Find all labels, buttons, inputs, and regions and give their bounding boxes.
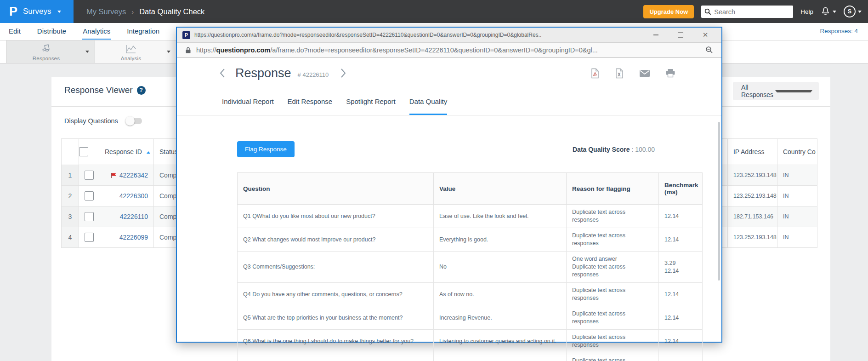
country-cell: IN bbox=[777, 206, 817, 227]
reason-cell: Duplicate text across responses bbox=[567, 330, 659, 353]
help-icon[interactable] bbox=[137, 86, 146, 95]
print-icon bbox=[665, 69, 675, 78]
reason-cell: Duplicate text across responses bbox=[567, 306, 659, 330]
row-checkbox[interactable] bbox=[85, 171, 94, 180]
score-label: Data Quality Score bbox=[573, 146, 630, 153]
chevron-down-icon bbox=[57, 11, 61, 13]
value-cell: Nothing. bbox=[434, 353, 567, 361]
table-row: 123.252.193.148 IN bbox=[708, 227, 817, 248]
reason-cell: Duplicate text across responses bbox=[567, 283, 659, 306]
toolbar-responses[interactable]: Responses bbox=[6, 40, 95, 63]
value-cell: Increasing Revenue. bbox=[434, 306, 567, 330]
select-all-checkbox[interactable] bbox=[79, 147, 88, 156]
response-tabs: Individual Report Edit Response Spotligh… bbox=[177, 89, 721, 115]
upgrade-now-button[interactable]: Upgrade Now bbox=[643, 5, 694, 18]
page-title: Response Viewer bbox=[64, 85, 133, 95]
chevron-down-icon[interactable] bbox=[85, 51, 89, 53]
toolbar-analysis[interactable]: Analysis bbox=[95, 40, 176, 63]
data-quality-panel: Flag Response Data Quality Score : 100.0… bbox=[177, 115, 721, 341]
ip-cell: 123.252.193.148 bbox=[727, 186, 777, 206]
dq-row: Q5 What are the top priorities in your b… bbox=[238, 306, 703, 330]
reason-cell: Duplicate text across responses bbox=[567, 205, 659, 228]
subnav-distribute[interactable]: Distribute bbox=[37, 23, 67, 40]
account-menu[interactable]: S bbox=[844, 6, 862, 17]
response-id-cell[interactable]: 42226099 bbox=[99, 227, 154, 248]
flag-response-button[interactable]: Flag Response bbox=[237, 141, 295, 157]
previous-response-button[interactable] bbox=[219, 68, 225, 78]
display-questions-label: Display Questions bbox=[64, 117, 118, 125]
avatar: S bbox=[844, 6, 856, 17]
scrollbar[interactable] bbox=[718, 122, 720, 281]
export-pdf-button[interactable] bbox=[590, 68, 600, 79]
row-checkbox[interactable] bbox=[85, 212, 94, 221]
response-editor-window: P https://questionpro.com/a/frame.do?mod… bbox=[176, 27, 722, 343]
envelope-icon bbox=[639, 69, 650, 77]
product-name: Surveys bbox=[23, 7, 51, 16]
print-button[interactable] bbox=[665, 69, 675, 78]
reason-header: Reason for flagging bbox=[567, 173, 659, 205]
chevron-down-icon[interactable] bbox=[167, 51, 170, 53]
tab-edit-response[interactable]: Edit Response bbox=[288, 89, 333, 115]
value-cell: Everything is good. bbox=[434, 228, 567, 252]
window-titlebar[interactable]: P https://questionpro.com/a/frame.do?mod… bbox=[177, 28, 721, 43]
benchmark-header: Benchmark (ms) bbox=[659, 173, 703, 205]
chevron-left-icon bbox=[219, 68, 225, 78]
table-row: 182.71.153.146 IN bbox=[708, 206, 817, 227]
address-bar[interactable]: https://questionpro.com/a/frame.do?mode=… bbox=[177, 43, 721, 57]
search-input[interactable] bbox=[713, 6, 791, 18]
question-cell: Q6 What is the one thing I should do to … bbox=[238, 330, 434, 353]
response-filter-value: All Responses bbox=[741, 84, 775, 98]
address-url: https://questionpro.com/a/frame.do?mode=… bbox=[196, 46, 700, 54]
bell-icon bbox=[821, 6, 830, 17]
row-checkbox[interactable] bbox=[85, 191, 94, 201]
benchmark-cell: 12.14 bbox=[659, 228, 703, 252]
ip-cell: 123.252.193.148 bbox=[727, 227, 777, 248]
value-cell: Ease of use. Like the look and feel. bbox=[434, 205, 567, 228]
tab-data-quality[interactable]: Data Quality bbox=[409, 89, 448, 115]
minimize-icon[interactable] bbox=[652, 32, 659, 38]
response-id-cell[interactable]: 42226110 bbox=[99, 206, 154, 227]
close-icon[interactable] bbox=[702, 32, 709, 38]
tab-spotlight-report[interactable]: Spotlight Report bbox=[346, 89, 396, 115]
chevron-down-icon bbox=[858, 11, 862, 13]
display-questions-toggle[interactable] bbox=[126, 118, 142, 124]
questionpro-favicon: P bbox=[182, 31, 190, 39]
row-checkbox[interactable] bbox=[85, 233, 94, 242]
data-quality-table: Question Value Reason for flagging Bench… bbox=[237, 172, 703, 361]
benchmark-cell: 12.14 bbox=[659, 330, 703, 353]
export-excel-button[interactable]: X bbox=[615, 68, 624, 79]
subnav-edit[interactable]: Edit bbox=[8, 23, 21, 40]
flag-icon bbox=[110, 172, 117, 178]
benchmark-cell: 12.14 bbox=[659, 353, 703, 361]
response-filter-dropdown[interactable]: All Responses bbox=[733, 82, 819, 100]
ip-cell: 182.71.153.146 bbox=[727, 206, 777, 227]
response-id-header[interactable]: Response ID bbox=[99, 139, 154, 165]
response-id-cell[interactable]: 42226342 bbox=[99, 165, 154, 186]
ip-address-header[interactable]: IP Address bbox=[727, 139, 777, 165]
help-link[interactable]: Help bbox=[800, 8, 813, 15]
zoom-out-icon[interactable] bbox=[705, 46, 713, 54]
benchmark-cell: 3.29 12.14 bbox=[659, 252, 703, 283]
search-icon bbox=[704, 8, 711, 15]
country-code-header[interactable]: Country Co bbox=[777, 139, 817, 165]
toolbar-responses-label: Responses bbox=[33, 56, 60, 61]
chevron-down-icon bbox=[833, 11, 836, 13]
subnav-analytics[interactable]: Analytics bbox=[82, 23, 111, 40]
product-switcher[interactable]: P Surveys bbox=[0, 0, 74, 23]
questionpro-logo: P bbox=[9, 6, 17, 18]
question-cell: Q1 QWhat do you like most about our new … bbox=[238, 205, 434, 228]
next-response-button[interactable] bbox=[340, 68, 346, 78]
notifications-menu[interactable] bbox=[821, 6, 836, 17]
toggle-knob bbox=[125, 116, 135, 126]
response-title: Response bbox=[235, 66, 291, 80]
breadcrumb-my-surveys[interactable]: My Surveys bbox=[86, 7, 126, 16]
subnav-integration[interactable]: Integration bbox=[126, 23, 160, 40]
table-row: 123.252.193.148 IN bbox=[708, 186, 817, 206]
benchmark-cell: 12.14 bbox=[659, 283, 703, 306]
question-cell: Q4 Do you have any other comments, quest… bbox=[238, 283, 434, 306]
response-id-cell[interactable]: 42226300 bbox=[99, 186, 154, 206]
tab-individual-report[interactable]: Individual Report bbox=[222, 89, 274, 115]
email-button[interactable] bbox=[639, 69, 650, 77]
responses-count: Responses: 4 bbox=[820, 28, 858, 34]
maximize-icon[interactable] bbox=[677, 32, 684, 38]
